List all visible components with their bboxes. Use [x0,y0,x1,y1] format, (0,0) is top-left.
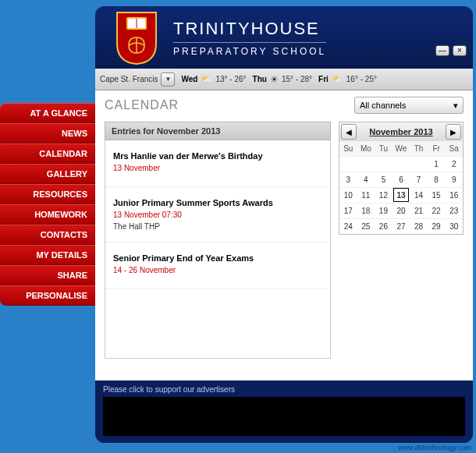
calendar-day[interactable]: 20 [393,203,410,218]
sidebar-item-resources[interactable]: RESOURCES [0,184,95,204]
entry-title: Senior Primary End of Year Exams [113,253,322,263]
ad-banner[interactable] [103,397,465,436]
calendar-dow: Th [410,141,428,156]
calendar-day[interactable]: 12 [375,187,393,203]
calendar-day [357,156,375,172]
sidebar-item-at-a-glance[interactable]: AT A GLANCE [0,103,95,123]
entries-panel: Entries for November 2013 Mrs Hanlie van… [105,122,331,374]
calendar-header: ◀ November 2013 ▶ [339,122,463,141]
sidebar-item-my-details[interactable]: MY DETAILS [0,245,95,265]
calendar-day[interactable]: 15 [428,187,446,203]
calendar-day[interactable]: 4 [357,172,375,187]
calendar-dow: Fr [428,141,446,156]
calendar-day[interactable]: 10 [339,187,357,203]
calendar-dow: Su [339,141,357,156]
calendar-day[interactable]: 8 [428,172,446,187]
weather-icon: ⛅ [332,74,343,85]
chevron-down-icon: ▾ [453,101,458,111]
calendar-day[interactable]: 23 [445,203,463,218]
weather-day-0: Wed ⛅ 13° - 26° [181,74,246,85]
page-header-row: CALENDAR All channels ▾ [105,97,464,114]
school-crest-icon [114,11,159,65]
app-title: TRINITYHOUSE [173,19,326,43]
chevron-down-icon[interactable]: ▼ [161,73,175,87]
calendar-next-button[interactable]: ▶ [446,124,461,140]
sidebar-item-homework[interactable]: HOMEWORK [0,204,95,225]
weather-day-1: Thu ☀ 15° - 28° [253,74,312,85]
app-window: TRINITYHOUSE PREPARATORY SCHOOL — × Cape… [95,6,473,443]
calendar-dow: Mo [357,141,375,156]
close-button[interactable]: × [453,45,467,56]
calendar-day[interactable]: 29 [428,218,446,234]
entry-title: Mrs Hanlie van der Merwe's Birthday [113,151,322,161]
calendar-day [339,156,357,172]
calendar-day[interactable]: 22 [428,203,446,218]
sidebar-item-personalise[interactable]: PERSONALISE [0,285,95,306]
calendar-prev-button[interactable]: ◀ [341,124,357,140]
sidebar-item-calendar[interactable]: CALENDAR [0,143,95,164]
calendar-day[interactable]: 7 [410,172,428,187]
calendar-dow: We [393,141,410,156]
sidebar-item-news[interactable]: NEWS [0,123,95,143]
calendar-day[interactable]: 16 [445,187,463,203]
weather-day-label: Wed [181,75,197,83]
calendar-day[interactable]: 18 [357,203,375,218]
calendar-day[interactable]: 19 [375,203,393,218]
mini-calendar: ◀ November 2013 ▶ SuMoTuWeThFrSa12345678… [339,122,464,235]
calendar-day[interactable]: 3 [339,172,357,187]
entries-list[interactable]: Mrs Hanlie van der Merwe's Birthday 13 N… [105,140,331,359]
ad-prompt: Please click to support our advertisers [95,380,473,397]
calendar-entry[interactable]: Mrs Hanlie van der Merwe's Birthday 13 N… [105,140,330,187]
calendar-day[interactable]: 28 [410,218,428,234]
weather-day-label: Thu [253,75,267,83]
sidebar-item-share[interactable]: SHARE [0,265,95,285]
calendar-day[interactable]: 30 [445,218,463,234]
weather-temp: 16° - 25° [346,75,377,83]
calendar-grid: SuMoTuWeThFrSa12345678910111213141516171… [339,141,463,234]
calendar-day [393,156,410,172]
calendar-entry[interactable]: Junior Primary Summer Sports Awards 13 N… [105,187,330,242]
sidebar-item-contacts[interactable]: CONTACTS [0,225,95,245]
calendar-day[interactable]: 25 [357,218,375,234]
calendar-day[interactable]: 2 [445,156,463,172]
info-bar: Cape St. Francis ▼ Wed ⛅ 13° - 26° Thu ☀… [95,69,473,90]
weather-temp: 13° - 26° [215,75,246,83]
location-label: Cape St. Francis [100,75,158,83]
credit-link[interactable]: www.d6technology.com [398,444,471,451]
title-block: TRINITYHOUSE PREPARATORY SCHOOL [173,19,326,57]
location-selector[interactable]: Cape St. Francis ▼ [100,73,175,87]
calendar-day[interactable]: 13 [393,187,410,203]
calendar-day[interactable]: 14 [410,187,428,203]
weather-icon: ⛅ [201,74,212,85]
calendar-day[interactable]: 21 [410,203,428,218]
minimize-button[interactable]: — [435,45,449,56]
calendar-day[interactable]: 27 [393,218,410,234]
weather-day-label: Fri [318,75,329,83]
header: TRINITYHOUSE PREPARATORY SCHOOL — × [95,6,473,69]
calendar-day[interactable]: 1 [428,156,446,172]
calendar-title[interactable]: November 2013 [358,127,444,136]
weather-temp: 15° - 28° [282,75,312,83]
entry-title: Junior Primary Summer Sports Awards [113,198,322,207]
app-subtitle: PREPARATORY SCHOOL [173,43,326,57]
entry-date: 14 - 26 November [113,266,322,274]
calendar-day[interactable]: 24 [339,218,357,234]
footer: Please click to support our advertisers [95,380,473,443]
calendar-entry[interactable]: Senior Primary End of Year Exams 14 - 26… [105,242,330,289]
weather-day-2: Fri ⛅ 16° - 25° [318,74,377,85]
calendar-day[interactable]: 26 [375,218,393,234]
calendar-day[interactable]: 11 [357,187,375,203]
calendar-day[interactable]: 6 [393,172,410,187]
content-area: CALENDAR All channels ▾ Entries for Nove… [95,90,473,380]
calendar-day[interactable]: 17 [339,203,357,218]
window-controls: — × [435,45,467,56]
calendar-dow: Tu [375,141,393,156]
calendar-day [410,156,428,172]
sidebar-item-gallery[interactable]: GALLERY [0,164,95,184]
entries-spacer [105,289,330,359]
entry-date: 13 November [113,164,322,172]
sidebar: AT A GLANCENEWSCALENDARGALLERYRESOURCESH… [0,103,95,306]
calendar-day[interactable]: 9 [445,172,463,187]
channel-filter-dropdown[interactable]: All channels ▾ [354,97,464,114]
calendar-day[interactable]: 5 [375,172,393,187]
